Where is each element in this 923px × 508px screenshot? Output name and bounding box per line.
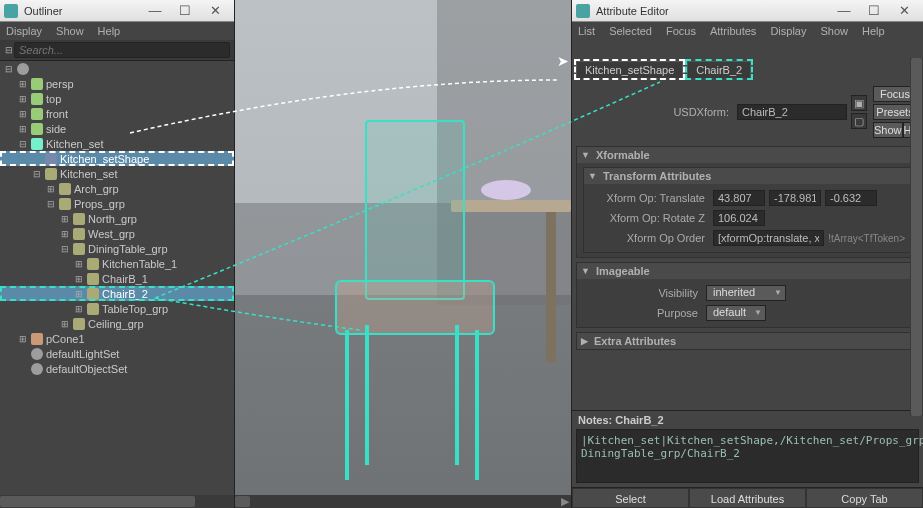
attr-max-button[interactable]: ☐ [859,0,889,21]
expand-toggle-icon[interactable]: ⊟ [18,139,28,149]
tree-item-chairb_1[interactable]: ⊞ChairB_1 [0,271,234,286]
expand-toggle-icon[interactable]: ⊞ [18,124,28,134]
outliner-close-button[interactable]: ✕ [200,0,230,21]
viewport-hscroll-right-arrow[interactable]: ▶ [558,495,571,508]
imageable-header[interactable]: ▼Imageable [577,263,918,279]
oporder-field[interactable] [713,230,824,246]
tree-item-top[interactable]: ⊞top [0,91,234,106]
expand-toggle-icon[interactable]: ⊞ [74,274,84,284]
notes-text[interactable]: |Kitchen_set|Kitchen_setShape,/Kitchen_s… [576,429,919,483]
tree-item-diningtable_grp[interactable]: ⊟DiningTable_grp [0,241,234,256]
select-button[interactable]: Select [572,488,689,508]
xform-icon [87,258,99,270]
xform-icon [87,288,99,300]
menu-selected[interactable]: Selected [609,25,652,37]
menu-help[interactable]: Help [98,25,121,37]
expand-toggle-icon[interactable]: ⊞ [18,334,28,344]
node-nav-down-icon[interactable]: ▢ [851,113,867,129]
maya-logo-icon [576,4,590,18]
annotation-arrow-icon: ➤ [557,53,569,69]
expand-toggle-icon[interactable]: ⊞ [60,214,70,224]
node-nav-up-icon[interactable]: ▣ [851,95,867,111]
expand-toggle-icon[interactable]: ⊟ [46,199,56,209]
menu-focus[interactable]: Focus [666,25,696,37]
tree-item-persp[interactable]: ⊞persp [0,76,234,91]
expand-toggle-icon[interactable]: ⊟ [60,244,70,254]
search-expand-icon[interactable]: ⊟ [4,45,14,55]
attr-title: Attribute Editor [596,5,829,17]
expand-toggle-icon[interactable]: ⊞ [18,79,28,89]
outliner-max-button[interactable]: ☐ [170,0,200,21]
tab-chairb_2[interactable]: ChairB_2 [687,61,751,78]
tree-item-ceiling_grp[interactable]: ⊞Ceiling_grp [0,316,234,331]
attr-min-button[interactable]: — [829,0,859,21]
tree-item-west_grp[interactable]: ⊞West_grp [0,226,234,241]
xform-icon [87,303,99,315]
rotz-field[interactable] [713,210,765,226]
show-button[interactable]: Show [873,122,903,138]
transform-header[interactable]: ▼Transform Attributes [584,168,911,184]
attr-vscroll[interactable] [910,58,923,416]
menu-display[interactable]: Display [6,25,42,37]
load-attributes-button[interactable]: Load Attributes [689,488,806,508]
tree-item-kitchen_set[interactable]: ⊟Kitchen_set [0,136,234,151]
attr-vscroll-thumb[interactable] [911,58,922,416]
outliner-hscroll[interactable] [0,495,234,508]
tree-item-front[interactable]: ⊞front [0,106,234,121]
viewport-hscroll[interactable]: ▶ [235,495,571,508]
outliner-search-input[interactable] [14,42,230,58]
outliner-hscroll-thumb[interactable] [0,496,195,507]
expand-toggle-icon[interactable]: ⊟ [4,64,14,74]
translate-y-field[interactable] [769,190,821,206]
tree-item-kitchentable_1[interactable]: ⊞KitchenTable_1 [0,256,234,271]
translate-x-field[interactable] [713,190,765,206]
tree-item-defaultobjectset[interactable]: defaultObjectSet [0,361,234,376]
expand-toggle-icon[interactable]: ⊞ [18,94,28,104]
cam-icon [31,93,43,105]
translate-z-field[interactable] [825,190,877,206]
viewport-selected-chair [325,120,505,480]
tab-kitchen_setshape[interactable]: Kitchen_setShape [576,61,683,78]
tree-item-side[interactable]: ⊞side [0,121,234,136]
expand-toggle-icon[interactable]: ⊟ [32,169,42,179]
expand-toggle-icon[interactable]: ⊞ [74,289,84,299]
attr-close-button[interactable]: ✕ [889,0,919,21]
tree-item-chairb_2[interactable]: ⊞ChairB_2 [0,286,234,301]
tree-item-kitchen_setshape[interactable]: Kitchen_setShape [0,151,234,166]
outliner-searchbar: ⊟ [0,40,234,61]
xform-icon [59,198,71,210]
outliner-tree[interactable]: ⊟⊞persp⊞top⊞front⊞side⊟Kitchen_setKitche… [0,61,234,495]
node-name-field[interactable] [737,104,847,120]
tree-item-north_grp[interactable]: ⊞North_grp [0,211,234,226]
tree-item-props_grp[interactable]: ⊟Props_grp [0,196,234,211]
expand-toggle-icon[interactable]: ⊞ [60,319,70,329]
expand-toggle-icon[interactable]: ⊞ [74,304,84,314]
outliner-panel: Outliner — ☐ ✕ DisplayShowHelp ⊟ ⊟⊞persp… [0,0,235,508]
extra-header[interactable]: ▶Extra Attributes [577,333,918,349]
menu-show[interactable]: Show [820,25,848,37]
tree-item-label: defaultObjectSet [46,363,127,375]
purpose-select[interactable]: default [706,305,766,321]
visibility-select[interactable]: inherited [706,285,786,301]
tree-item-defaultlightset[interactable]: defaultLightSet [0,346,234,361]
menu-help[interactable]: Help [862,25,885,37]
xformable-header[interactable]: ▼Xformable [577,147,918,163]
viewport[interactable]: ▶ [235,0,571,508]
tree-item-pcone1[interactable]: ⊞pCone1 [0,331,234,346]
outliner-min-button[interactable]: — [140,0,170,21]
expand-toggle-icon[interactable]: ⊞ [60,229,70,239]
viewport-hscroll-thumb[interactable] [235,496,250,507]
copy-tab-button[interactable]: Copy Tab [806,488,923,508]
tree-item-arch_grp[interactable]: ⊞Arch_grp [0,181,234,196]
tree-item-root[interactable]: ⊟ [0,61,234,76]
menu-attributes[interactable]: Attributes [710,25,756,37]
menu-show[interactable]: Show [56,25,84,37]
menu-list[interactable]: List [578,25,595,37]
tree-item-tabletop_grp[interactable]: ⊞TableTop_grp [0,301,234,316]
tree-item-kitchen_set[interactable]: ⊟Kitchen_set [0,166,234,181]
menu-display[interactable]: Display [770,25,806,37]
expand-toggle-icon[interactable]: ⊞ [18,109,28,119]
transform-label: Transform Attributes [603,170,711,182]
expand-toggle-icon[interactable]: ⊞ [46,184,56,194]
expand-toggle-icon[interactable]: ⊞ [74,259,84,269]
